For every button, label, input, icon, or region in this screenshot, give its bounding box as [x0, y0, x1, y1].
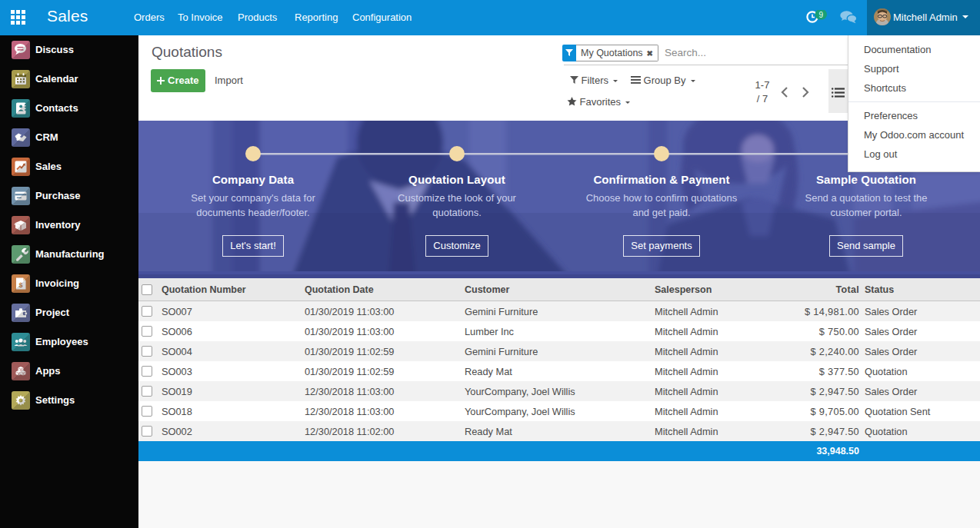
svg-text:9: 9: [818, 11, 823, 19]
svg-text:$: $: [18, 281, 22, 289]
